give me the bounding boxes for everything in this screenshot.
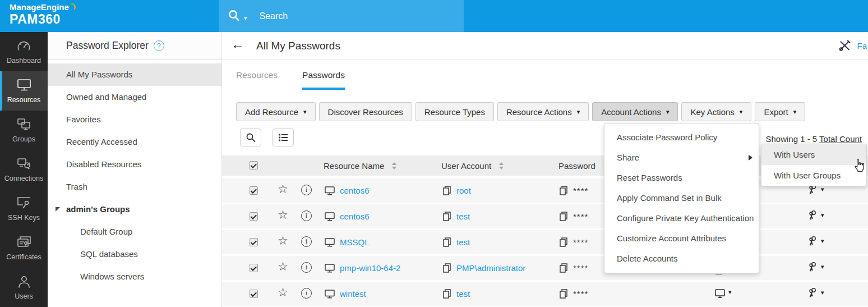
user-account-link[interactable]: test bbox=[456, 237, 470, 247]
table-search-button[interactable] bbox=[240, 129, 261, 146]
explorer-item-all-my-passwords[interactable]: All My Passwords bbox=[48, 63, 221, 86]
info-icon[interactable]: i bbox=[301, 288, 312, 299]
user-account-link[interactable]: test bbox=[456, 289, 470, 299]
sidebar-label: Dashboard bbox=[7, 57, 41, 65]
row-checkbox[interactable] bbox=[250, 264, 258, 272]
submenu-item-with-users[interactable]: With Users bbox=[761, 144, 866, 165]
favorite-star-icon[interactable]: ☆ bbox=[278, 182, 288, 196]
menu-item-configure-private-key-auth[interactable]: Configure Private Key Authentication bbox=[604, 208, 759, 228]
pagination-summary: Showing 1 - 5 Total Count bbox=[765, 134, 862, 144]
menu-item-apply-command-set[interactable]: Apply Command Set in Bulk bbox=[604, 188, 759, 208]
resource-types-button[interactable]: Resource Types bbox=[415, 102, 494, 121]
key-actions-dropdown[interactable]: ▾ bbox=[806, 235, 824, 249]
tools-icon[interactable] bbox=[838, 39, 852, 52]
info-icon[interactable]: i bbox=[301, 236, 312, 247]
row-checkbox[interactable] bbox=[250, 238, 258, 246]
resource-actions-button[interactable]: Resource Actions ▾ bbox=[497, 102, 589, 121]
explorer-group-admins-groups[interactable]: admin's Groups bbox=[48, 198, 221, 221]
sort-icon[interactable] bbox=[392, 162, 396, 169]
key-actions-dropdown[interactable]: ▾ bbox=[806, 261, 824, 274]
row-checkbox[interactable] bbox=[250, 290, 258, 298]
total-count-link[interactable]: Total Count bbox=[819, 134, 862, 144]
sidebar-item-users[interactable]: Users bbox=[0, 268, 48, 307]
column-chooser-button[interactable] bbox=[273, 129, 294, 146]
sidebar-label: Users bbox=[15, 292, 33, 300]
copy-icon[interactable] bbox=[442, 237, 452, 248]
copy-icon[interactable] bbox=[442, 211, 452, 222]
remote-connection-dropdown[interactable]: ▾ bbox=[714, 282, 732, 306]
key-actions-dropdown[interactable]: ▾ bbox=[806, 287, 824, 300]
resource-name-link[interactable]: centos6 bbox=[340, 212, 370, 221]
chevron-down-icon: ▾ bbox=[821, 186, 824, 193]
panel-header: Password Explorer ? bbox=[48, 32, 221, 60]
sidebar-label: Certificates bbox=[6, 253, 41, 261]
help-icon[interactable]: ? bbox=[154, 40, 164, 51]
tab-passwords[interactable]: Passwords bbox=[302, 70, 345, 90]
resource-name-link[interactable]: centos6 bbox=[340, 186, 370, 195]
users-icon bbox=[17, 275, 31, 288]
export-button[interactable]: Export ▾ bbox=[755, 102, 805, 121]
explorer-item-disabled-resources[interactable]: Disabled Resources bbox=[48, 153, 221, 176]
resource-name-link[interactable]: wintest bbox=[340, 289, 366, 299]
info-icon[interactable]: i bbox=[301, 210, 312, 221]
discover-resources-button[interactable]: Discover Resources bbox=[319, 102, 412, 121]
menu-item-reset-passwords[interactable]: Reset Passwords bbox=[604, 168, 759, 188]
select-all-checkbox[interactable] bbox=[250, 161, 258, 169]
favorite-star-icon[interactable]: ☆ bbox=[278, 208, 288, 222]
copy-password-icon[interactable] bbox=[558, 237, 569, 248]
explorer-item-favorites[interactable]: Favorites bbox=[48, 108, 221, 131]
tab-resources[interactable]: Resources bbox=[236, 70, 278, 90]
sidebar-item-groups[interactable]: Groups bbox=[0, 111, 48, 150]
explorer-item-windows-servers[interactable]: Windows servers bbox=[48, 265, 221, 288]
sidebar-item-dashboard[interactable]: Dashboard bbox=[0, 32, 48, 71]
copy-icon[interactable] bbox=[442, 263, 452, 273]
sidebar-item-connections[interactable]: Connections bbox=[0, 150, 48, 189]
add-resource-button[interactable]: Add Resource ▾ bbox=[236, 102, 316, 121]
explorer-item-recently-accessed[interactable]: Recently Accessed bbox=[48, 131, 221, 153]
menu-item-share[interactable]: Share bbox=[604, 148, 759, 168]
user-account-link[interactable]: PMP\administrator bbox=[456, 263, 525, 273]
menu-item-delete-accounts[interactable]: Delete Accounts bbox=[604, 249, 759, 269]
explorer-item-default-group[interactable]: Default Group bbox=[48, 221, 221, 243]
submenu-item-with-user-groups[interactable]: With User Groups bbox=[761, 165, 866, 186]
search-input[interactable] bbox=[260, 11, 428, 21]
copy-password-icon[interactable] bbox=[558, 185, 569, 196]
user-account-link[interactable]: test bbox=[456, 212, 470, 221]
copy-password-icon[interactable] bbox=[558, 263, 569, 273]
connections-icon bbox=[16, 157, 32, 171]
sort-icon[interactable] bbox=[499, 162, 504, 169]
copy-password-icon[interactable] bbox=[558, 288, 569, 299]
sidebar-item-resources[interactable]: Resources bbox=[0, 71, 48, 111]
account-actions-button[interactable]: Account Actions ▾ bbox=[592, 102, 678, 121]
row-checkbox[interactable] bbox=[250, 186, 258, 195]
user-account-link[interactable]: root bbox=[456, 186, 471, 195]
copy-password-icon[interactable] bbox=[558, 211, 569, 222]
explorer-item-trash[interactable]: Trash bbox=[48, 176, 221, 198]
info-icon[interactable]: i bbox=[301, 262, 312, 273]
menu-item-customize-account-attributes[interactable]: Customize Account Attributes bbox=[604, 228, 759, 249]
sidebar-item-ssh-keys[interactable]: SSH Keys bbox=[0, 189, 48, 228]
menu-item-associate-password-policy[interactable]: Associate Password Policy bbox=[604, 127, 759, 148]
resource-name-link[interactable]: MSSQL bbox=[340, 237, 370, 247]
column-user-account: User Account bbox=[441, 155, 504, 176]
back-arrow-icon[interactable]: ← bbox=[231, 36, 244, 52]
favorites-link[interactable]: Fa bbox=[857, 41, 867, 51]
favorite-star-icon[interactable]: ☆ bbox=[278, 234, 288, 248]
favorite-star-icon[interactable]: ☆ bbox=[278, 286, 288, 299]
explorer-item-sql-databases[interactable]: SQL databases bbox=[48, 243, 221, 265]
favorite-star-icon[interactable]: ☆ bbox=[278, 260, 288, 273]
row-checkbox[interactable] bbox=[250, 212, 258, 221]
explorer-item-owned-and-managed[interactable]: Owned and Managed bbox=[48, 86, 221, 108]
copy-icon[interactable] bbox=[442, 185, 452, 196]
info-icon[interactable]: i bbox=[301, 185, 312, 195]
sidebar-item-certificates[interactable]: Certificates bbox=[0, 228, 48, 268]
copy-icon[interactable] bbox=[442, 288, 452, 299]
brand-swoosh-icon bbox=[70, 3, 77, 10]
search-scope-caret-icon[interactable]: ▾ bbox=[244, 15, 247, 22]
tree-expanded-icon[interactable] bbox=[56, 207, 60, 212]
list-icon bbox=[278, 133, 288, 142]
resource-name-link[interactable]: pmp-win10-64-2 bbox=[340, 263, 400, 273]
key-actions-button[interactable]: Key Actions ▾ bbox=[681, 102, 751, 121]
key-actions-dropdown[interactable]: ▾ bbox=[806, 209, 824, 223]
search-icon[interactable] bbox=[227, 9, 242, 23]
